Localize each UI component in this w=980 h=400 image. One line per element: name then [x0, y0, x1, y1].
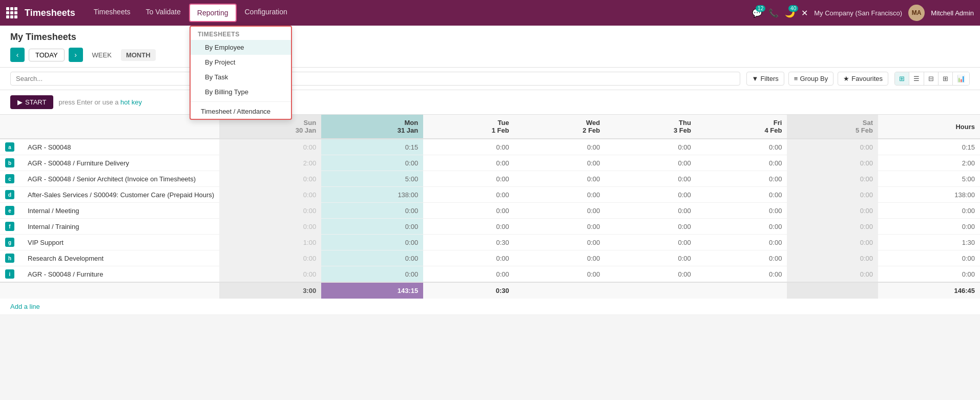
star-icon: ★	[843, 75, 849, 82]
row-tue: 0:00	[423, 171, 514, 187]
toolbar-row: ▼ Filters ≡ Group By ★ Favourites ⊞ ☰ ⊟ …	[0, 68, 980, 90]
today-button[interactable]: TODAY	[29, 49, 65, 61]
row-thu: 0:00	[605, 171, 696, 187]
phone-icon[interactable]: 📞	[768, 8, 779, 18]
timesheet-table-container: Sun30 Jan Mon31 Jan Tue1 Feb Wed2 Feb Th…	[0, 115, 980, 315]
row-name[interactable]: AGR - S00048 / Furniture Delivery	[23, 155, 219, 171]
row-mon: 0:00	[321, 219, 423, 235]
row-tue: 0:00	[423, 203, 514, 219]
row-tue: 0:00	[423, 250, 514, 266]
table-header-row: Sun30 Jan Mon31 Jan Tue1 Feb Wed2 Feb Th…	[0, 115, 980, 139]
dropdown-by-billing-type[interactable]: By Billing Type	[191, 85, 291, 99]
row-hours: 0:15	[878, 139, 980, 155]
view-form-button[interactable]: ⊟	[924, 72, 939, 85]
dropdown-by-employee[interactable]: By Employee	[191, 40, 291, 55]
filter-icon: ▼	[752, 75, 759, 82]
row-wed: 0:00	[514, 203, 606, 219]
week-button[interactable]: WEEK	[87, 49, 117, 61]
add-line-button[interactable]: Add a line	[0, 299, 980, 315]
row-sun: 0:00	[219, 266, 321, 283]
groupby-icon: ≡	[794, 75, 798, 82]
row-wed: 0:00	[514, 171, 606, 187]
totals-sat	[787, 282, 878, 299]
row-name[interactable]: After-Sales Services / S00049: Customer …	[23, 187, 219, 203]
row-wed: 0:00	[514, 219, 606, 235]
row-hours: 138:00	[878, 187, 980, 203]
view-list-button[interactable]: ☰	[909, 72, 924, 85]
next-button[interactable]: ›	[69, 48, 83, 62]
col-thu-header: Thu3 Feb	[605, 115, 696, 139]
row-sat: 0:00	[787, 235, 878, 250]
row-mon: 0:00	[321, 203, 423, 219]
row-name[interactable]: AGR - S00048 / Senior Architect (Invoice…	[23, 171, 219, 187]
start-label: START	[25, 98, 46, 106]
col-sat-header: Sat5 Feb	[787, 115, 878, 139]
avatar[interactable]: MA	[908, 5, 925, 21]
view-table-button[interactable]: ⊞	[939, 72, 953, 85]
group-by-button[interactable]: ≡ Group By	[788, 72, 834, 86]
totals-mon: 143:15	[321, 282, 423, 299]
row-thu: 0:00	[605, 266, 696, 283]
month-button[interactable]: MONTH	[121, 49, 156, 61]
row-mon: 0:00	[321, 235, 423, 250]
hotkey-link[interactable]: hot key	[120, 98, 142, 106]
row-name[interactable]: AGR - S00048 / Furniture	[23, 266, 219, 283]
nav-to-validate[interactable]: To Validate	[139, 4, 188, 22]
row-badge: d	[0, 187, 23, 203]
page-title: My Timesheets	[10, 32, 970, 43]
row-name[interactable]: Internal / Meeting	[23, 203, 219, 219]
favourites-button[interactable]: ★ Favourites	[838, 72, 888, 86]
row-fri: 0:00	[696, 250, 787, 266]
start-row: ▶ START press Enter or use a hot key	[0, 90, 980, 115]
nav-configuration[interactable]: Configuration	[238, 4, 295, 22]
row-name[interactable]: Internal / Training	[23, 219, 219, 235]
filters-label: Filters	[760, 75, 778, 82]
view-kanban-button[interactable]: ⊞	[895, 72, 909, 85]
row-name[interactable]: Research & Development	[23, 250, 219, 266]
prev-button[interactable]: ‹	[10, 48, 25, 62]
row-name[interactable]: AGR - S00048	[23, 139, 219, 155]
search-input[interactable]	[10, 72, 740, 86]
nav-reporting[interactable]: Reporting	[189, 4, 237, 22]
dropdown-divider	[191, 101, 291, 102]
totals-tue: 0:30	[423, 282, 514, 299]
row-hours: 2:00	[878, 155, 980, 171]
row-name[interactable]: VIP Support	[23, 235, 219, 250]
row-thu: 0:00	[605, 219, 696, 235]
table-row: h Research & Development 0:00 0:00 0:00 …	[0, 250, 980, 266]
dropdown-by-project[interactable]: By Project	[191, 55, 291, 70]
row-sat: 0:00	[787, 187, 878, 203]
start-button[interactable]: ▶ START	[10, 95, 53, 109]
row-wed: 0:00	[514, 139, 606, 155]
topnav: Timesheets Timesheets To Validate Report…	[0, 0, 980, 26]
dropdown-timesheet-attendance[interactable]: Timesheet / Attendance	[191, 104, 291, 119]
nav-timesheets[interactable]: Timesheets	[87, 4, 138, 22]
table-row: e Internal / Meeting 0:00 0:00 0:00 0:00…	[0, 203, 980, 219]
table-row: i AGR - S00048 / Furniture 0:00 0:00 0:0…	[0, 266, 980, 283]
messages-icon[interactable]: 💬 12	[752, 8, 762, 18]
col-mon-header: Mon31 Jan	[321, 115, 423, 139]
row-tue: 0:00	[423, 139, 514, 155]
row-thu: 0:00	[605, 250, 696, 266]
moon-icon[interactable]: 🌙 40	[785, 8, 795, 18]
favourites-label: Favourites	[851, 75, 883, 82]
row-thu: 0:00	[605, 187, 696, 203]
filters-button[interactable]: ▼ Filters	[746, 72, 784, 86]
row-tue: 0:00	[423, 219, 514, 235]
view-chart-button[interactable]: 📊	[953, 72, 969, 85]
row-badge: c	[0, 171, 23, 187]
row-mon: 0:00	[321, 266, 423, 283]
close-icon[interactable]: ✕	[801, 8, 808, 18]
totals-row: 3:00 143:15 0:30 146:45	[0, 282, 980, 299]
apps-grid-icon[interactable]	[6, 7, 17, 18]
dropdown-section-label: Timesheets	[191, 27, 291, 40]
col-badge-header	[0, 115, 23, 139]
row-badge: a	[0, 139, 23, 155]
row-hours: 0:00	[878, 266, 980, 283]
row-wed: 0:00	[514, 250, 606, 266]
row-sat: 0:00	[787, 155, 878, 171]
dropdown-by-task[interactable]: By Task	[191, 70, 291, 85]
row-sun: 1:00	[219, 235, 321, 250]
messages-badge: 12	[756, 5, 765, 12]
row-sun: 0:00	[219, 139, 321, 155]
